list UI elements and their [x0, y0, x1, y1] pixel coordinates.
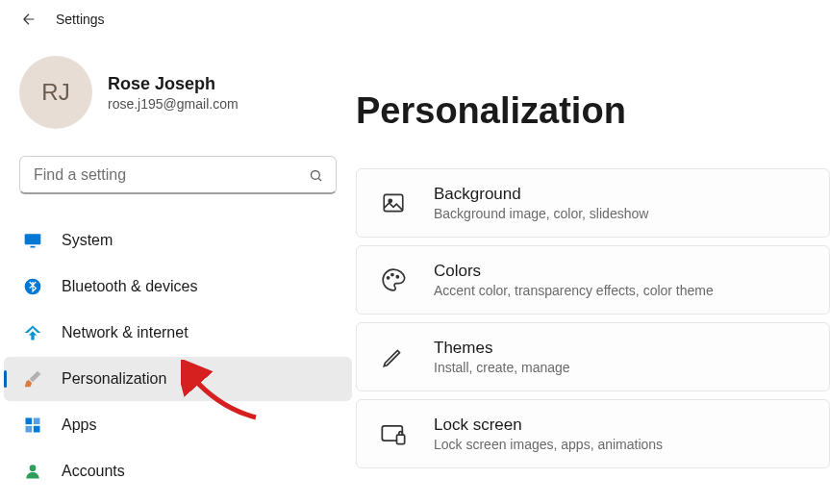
pen-icon [380, 343, 407, 370]
back-button[interactable] [19, 10, 38, 29]
sidebar-item-system[interactable]: System [4, 218, 352, 263]
card-subtitle: Lock screen images, apps, animations [434, 437, 663, 452]
settings-cards: Background Background image, color, slid… [356, 168, 830, 468]
search-icon [308, 167, 323, 183]
arrow-left-icon [20, 11, 38, 28]
page-title: Personalization [356, 90, 830, 132]
sidebar-item-label: Network & internet [62, 324, 189, 341]
profile-email: rose.j195@gmail.com [108, 96, 239, 112]
card-title: Colors [434, 262, 714, 281]
header-bar: Settings [0, 0, 830, 38]
card-title: Themes [434, 339, 570, 358]
svg-point-12 [391, 274, 393, 276]
monitor-icon [23, 231, 42, 250]
profile-name: Rose Joseph [108, 74, 239, 94]
svg-rect-9 [384, 194, 403, 211]
profile-block[interactable]: RJ Rose Joseph rose.j195@gmail.com [0, 56, 356, 156]
svg-rect-1 [25, 234, 41, 244]
avatar: RJ [19, 56, 92, 129]
card-subtitle: Accent color, transparency effects, colo… [434, 283, 714, 298]
search-box [19, 156, 337, 194]
sidebar-item-personalization[interactable]: Personalization [4, 357, 352, 401]
sidebar-item-label: System [62, 232, 113, 249]
main-content: Personalization Background Background im… [356, 38, 830, 494]
svg-point-8 [30, 465, 37, 471]
card-lockscreen[interactable]: Lock screen Lock screen images, apps, an… [356, 399, 830, 468]
sidebar-item-label: Bluetooth & devices [62, 278, 197, 295]
card-themes[interactable]: Themes Install, create, manage [356, 322, 830, 391]
card-background[interactable]: Background Background image, color, slid… [356, 168, 830, 238]
sidebar-item-accounts[interactable]: Accounts [4, 449, 352, 493]
card-title: Background [434, 185, 648, 204]
sidebar-item-label: Accounts [62, 463, 125, 480]
card-title: Lock screen [434, 416, 663, 435]
svg-rect-5 [34, 418, 40, 425]
avatar-initials: RJ [41, 79, 69, 106]
sidebar-item-network[interactable]: Network & internet [4, 311, 352, 355]
sidebar: RJ Rose Joseph rose.j195@gmail.com Syste… [0, 38, 356, 494]
svg-point-11 [388, 277, 390, 279]
svg-rect-2 [31, 246, 36, 248]
svg-point-13 [396, 276, 398, 278]
sidebar-item-apps[interactable]: Apps [4, 403, 352, 447]
svg-rect-7 [34, 426, 40, 433]
header-title: Settings [56, 12, 105, 27]
svg-rect-6 [26, 426, 33, 433]
svg-rect-4 [26, 418, 33, 425]
image-icon [380, 189, 407, 216]
sidebar-item-label: Apps [62, 416, 96, 434]
bluetooth-icon [23, 277, 42, 296]
wifi-icon [23, 323, 42, 342]
svg-rect-15 [397, 435, 405, 443]
paintbrush-icon [23, 369, 42, 389]
card-subtitle: Background image, color, slideshow [434, 206, 648, 221]
nav-list: System Bluetooth & devices Network & int… [0, 217, 356, 494]
palette-icon [380, 266, 407, 293]
person-icon [23, 462, 42, 481]
search-input[interactable] [19, 156, 337, 194]
card-subtitle: Install, create, manage [434, 360, 570, 375]
card-colors[interactable]: Colors Accent color, transparency effect… [356, 245, 830, 315]
sidebar-item-label: Personalization [62, 370, 166, 388]
apps-icon [23, 416, 42, 435]
svg-point-0 [311, 170, 319, 179]
sidebar-item-bluetooth[interactable]: Bluetooth & devices [4, 265, 352, 309]
lock-screen-icon [380, 420, 407, 447]
